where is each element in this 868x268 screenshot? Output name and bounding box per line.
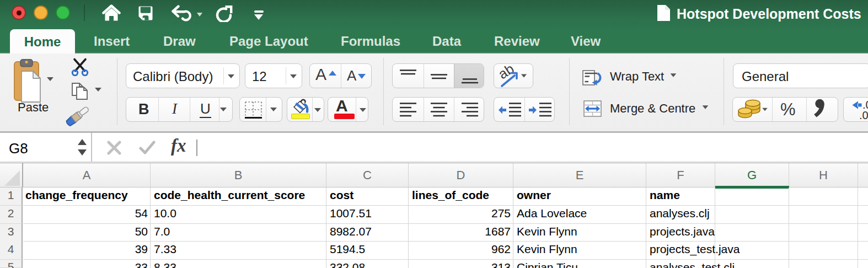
svg-text:.00: .00 <box>859 109 868 121</box>
